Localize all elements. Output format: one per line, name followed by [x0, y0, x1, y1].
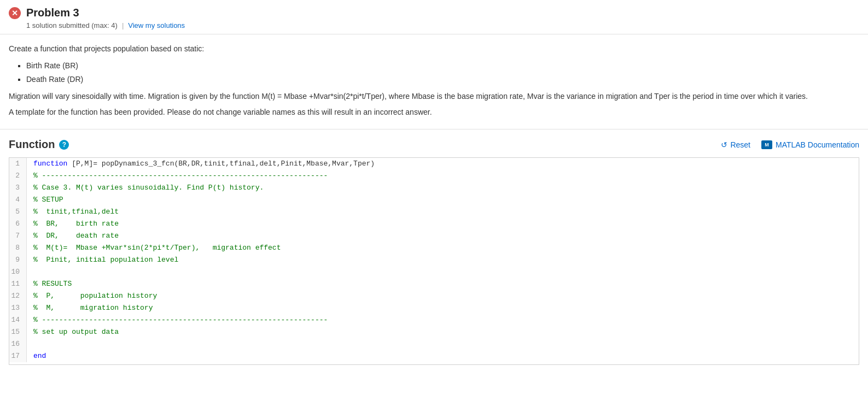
code-line: 15% set up output data: [9, 326, 859, 338]
line-content[interactable]: % P, population history: [27, 290, 859, 302]
code-line: 5% tinit,tfinal,delt: [9, 206, 859, 218]
line-number: 14: [9, 314, 27, 326]
code-line: 8% M(t)= Mbase +Mvar*sin(2*pi*t/Tper), m…: [9, 242, 859, 254]
code-line: 17end: [9, 350, 859, 362]
reset-label: Reset: [730, 140, 750, 149]
line-content[interactable]: function [P,M]= popDynamics_3_fcn(BR,DR,…: [27, 158, 859, 170]
matlab-doc-icon: M: [761, 140, 772, 149]
code-line: 12% P, population history: [9, 290, 859, 302]
function-title-text: Function: [9, 138, 55, 151]
description-section: Create a function that projects populati…: [0, 34, 868, 129]
line-number: 7: [9, 230, 27, 242]
code-line: 1function [P,M]= popDynamics_3_fcn(BR,DR…: [9, 158, 859, 170]
line-number: 12: [9, 290, 27, 302]
line-content[interactable]: % RESULTS: [27, 278, 859, 290]
line-content[interactable]: % tinit,tfinal,delt: [27, 206, 859, 218]
migration-text: Migration will vary sinesoidally with ti…: [9, 91, 859, 102]
line-content[interactable]: % --------------------------------------…: [27, 314, 859, 326]
line-number: 3: [9, 182, 27, 194]
function-actions: ↺ Reset M MATLAB Documentation: [721, 140, 859, 149]
function-title-group: Function ?: [9, 138, 69, 151]
code-line: 13% M, migration history: [9, 302, 859, 314]
line-number: 5: [9, 206, 27, 218]
code-line: 14% ------------------------------------…: [9, 314, 859, 326]
code-line: 6% BR, birth rate: [9, 218, 859, 230]
code-line: 11% RESULTS: [9, 278, 859, 290]
line-content[interactable]: % Case 3. M(t) varies sinusoidally. Find…: [27, 182, 859, 194]
problem-title: Problem 3: [26, 7, 79, 19]
code-line: 4% SETUP: [9, 194, 859, 206]
line-number: 2: [9, 170, 27, 182]
line-number: 6: [9, 218, 27, 230]
intro-text: Create a function that projects populati…: [9, 43, 859, 55]
code-line: 2% -------------------------------------…: [9, 170, 859, 182]
code-editor[interactable]: 1function [P,M]= popDynamics_3_fcn(BR,DR…: [9, 157, 859, 365]
line-number: 10: [9, 266, 27, 278]
function-header: Function ? ↺ Reset M MATLAB Documentatio…: [9, 138, 859, 151]
line-content[interactable]: % --------------------------------------…: [27, 170, 859, 182]
line-content[interactable]: % M(t)= Mbase +Mvar*sin(2*pi*t/Tper), mi…: [27, 242, 859, 254]
line-number: 9: [9, 254, 27, 266]
line-number: 1: [9, 158, 27, 170]
matlab-doc-link[interactable]: M MATLAB Documentation: [761, 140, 859, 149]
function-section: Function ? ↺ Reset M MATLAB Documentatio…: [0, 129, 868, 365]
line-content[interactable]: end: [27, 350, 859, 362]
line-number: 8: [9, 242, 27, 254]
code-line: 3% Case 3. M(t) varies sinusoidally. Fin…: [9, 182, 859, 194]
submission-text: 1 solution submitted (max: 4): [26, 21, 118, 30]
bullet-list: Birth Rate (BR) Death Rate (DR): [26, 59, 859, 86]
separator: |: [122, 21, 124, 30]
problem-title-row: ✕ Problem 3: [9, 7, 859, 19]
bullet-item-1: Birth Rate (BR): [26, 59, 859, 73]
matlab-doc-label: MATLAB Documentation: [776, 140, 859, 149]
line-number: 11: [9, 278, 27, 290]
code-line: 16: [9, 338, 859, 350]
error-icon: ✕: [9, 7, 21, 19]
reset-button[interactable]: ↺ Reset: [721, 140, 750, 149]
code-line: 9% Pinit, initial population level: [9, 254, 859, 266]
line-content[interactable]: % SETUP: [27, 194, 859, 206]
line-content[interactable]: % BR, birth rate: [27, 218, 859, 230]
line-number: 15: [9, 326, 27, 338]
line-content[interactable]: % DR, death rate: [27, 230, 859, 242]
help-icon[interactable]: ?: [59, 140, 69, 150]
reset-icon: ↺: [721, 140, 727, 149]
line-content[interactable]: % set up output data: [27, 326, 859, 338]
bullet-item-2: Death Rate (DR): [26, 73, 859, 86]
line-number: 17: [9, 350, 27, 362]
submission-info: 1 solution submitted (max: 4) | View my …: [9, 21, 859, 30]
code-line: 10: [9, 266, 859, 278]
line-content[interactable]: % M, migration history: [27, 302, 859, 314]
line-number: 16: [9, 338, 27, 350]
line-content[interactable]: % Pinit, initial population level: [27, 254, 859, 266]
view-solutions-link[interactable]: View my solutions: [128, 21, 185, 30]
code-line: 7% DR, death rate: [9, 230, 859, 242]
template-text: A template for the function has been pro…: [9, 107, 859, 118]
header-section: ✕ Problem 3 1 solution submitted (max: 4…: [0, 0, 868, 34]
line-number: 4: [9, 194, 27, 206]
line-number: 13: [9, 302, 27, 314]
